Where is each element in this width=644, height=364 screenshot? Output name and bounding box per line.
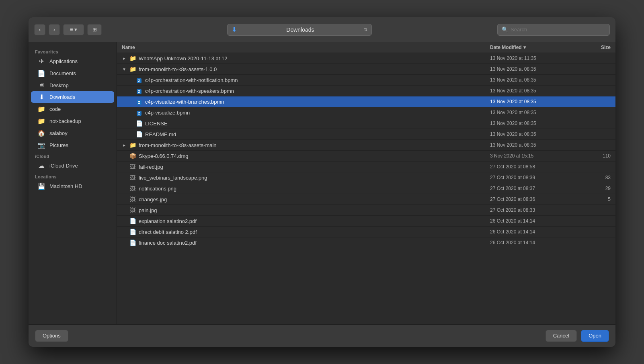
not-backedup-icon: 📁 [37,117,45,125]
table-row[interactable]: 🖼 live_webinars_landscape.png 27 Oct 202… [117,172,615,183]
bpmn-icon: Z [135,77,143,83]
file-date: 27 Oct 2020 at 08:58 [490,164,578,170]
open-button[interactable]: Open [581,330,609,342]
location-dropdown[interactable]: ⬇ Downloads ⇅ [227,24,372,36]
search-bar[interactable]: 🔍 [497,24,610,36]
file-date: 13 Nov 2020 at 08:35 [490,88,578,94]
table-row[interactable]: 📄 direct debit salatino 2.pdf 26 Oct 202… [117,227,615,237]
file-name-cell: ► 📁 WhatsApp Unknown 2020-11-13 at 12 [122,55,490,61]
table-row[interactable]: ► 📁 WhatsApp Unknown 2020-11-13 at 12 13… [117,53,615,64]
table-row[interactable]: 🖼 pain.jpg 27 Oct 2020 at 08:33 [117,205,615,216]
table-row[interactable]: 🖼 changes.jpg 27 Oct 2020 at 08:36 5 [117,194,615,205]
new-folder-icon: ⊞ [92,27,97,33]
table-row[interactable]: 📄 finance doc salatino2.pdf 26 Oct 2020 … [117,237,615,248]
file-name: pain.jpg [139,207,157,213]
sidebar-item-icloud-drive[interactable]: ☁ iCloud Drive [31,160,114,172]
file-name-cell: Z c4p-visualize-with-branches.bpmn [128,98,490,105]
file-name-cell: 📄 direct debit salatino 2.pdf [122,229,490,235]
file-name: fail-red.jpg [139,164,163,170]
bpmn-icon: Z [135,88,143,94]
file-date: 13 Nov 2020 at 08:35 [490,77,578,83]
location-icon: ⬇ [232,26,237,33]
cancel-button[interactable]: Cancel [546,330,577,342]
sidebar-item-label: salaboy [49,130,68,136]
file-date: 13 Nov 2020 at 08:35 [490,110,578,115]
sidebar-item-macintosh-hd[interactable]: 💾 Macintosh HD [31,180,114,192]
table-row[interactable]: Z c4p-visualize.bpmn 13 Nov 2020 at 08:3… [117,107,615,118]
macintosh-hd-icon: 💾 [37,182,45,190]
header-name[interactable]: Name [122,45,490,50]
sidebar-item-code[interactable]: 📁 code [31,103,114,115]
folder-icon: 📁 [129,66,136,72]
sidebar-item-label: Downloads [49,94,75,100]
table-row[interactable]: Z c4p-visualize-with-branches.bpmn 13 No… [117,96,615,107]
table-row[interactable]: 📄 LICENSE 13 Nov 2020 at 08:35 [117,118,615,129]
file-date: 27 Oct 2020 at 08:37 [490,186,578,191]
new-folder-button[interactable]: ⊞ [87,24,102,35]
table-row[interactable]: Z c4p-orchestration-with-notification.bp… [117,75,615,86]
file-size: 29 [578,186,611,191]
options-button[interactable]: Options [35,330,68,342]
sidebar-item-label: Documents [49,70,76,76]
file-name-cell: 📄 explanation salatino2.pdf [122,218,490,224]
file-name: finance doc salatino2.pdf [139,240,197,246]
table-row[interactable]: 📄 explanation salatino2.pdf 26 Oct 2020 … [117,216,615,227]
file-date: 26 Oct 2020 at 14:14 [490,218,578,224]
table-row[interactable]: ► 📁 from-monolith-to-k8s-assets-main 13 … [117,140,615,151]
header-date[interactable]: Date Modified ▾ [490,45,578,50]
file-date: 26 Oct 2020 at 14:14 [490,229,578,235]
menu-icon: ≡ [70,27,73,33]
file-name: notifications.png [139,186,176,192]
file-name: Skype-8.66.0.74.dmg [139,153,189,159]
back-button[interactable]: ‹ [34,24,45,35]
file-date: 13 Nov 2020 at 08:35 [490,99,578,104]
table-row[interactable]: 📦 Skype-8.66.0.74.dmg 3 Nov 2020 at 15:1… [117,151,615,162]
file-list-header: Name Date Modified ▾ Size [117,42,615,53]
file-size: 5 [578,196,611,202]
pdf-icon: 📄 [129,218,136,224]
table-row[interactable]: 🖼 fail-red.jpg 27 Oct 2020 at 08:58 [117,162,615,172]
header-size[interactable]: Size [578,45,611,50]
file-icon: 📄 [135,131,143,137]
file-date: 13 Nov 2020 at 11:35 [490,55,578,61]
sidebar-item-downloads[interactable]: ⬇ Downloads [31,91,114,103]
table-row[interactable]: ▼ 📁 from-monolith-to-k8s-assets-1.0.0 13… [117,64,615,75]
content-area: Favourites ✈ Applications 📄 Documents 🖥 … [29,42,615,324]
file-name-cell: 📦 Skype-8.66.0.74.dmg [122,153,490,159]
sidebar: Favourites ✈ Applications 📄 Documents 🖥 … [29,42,117,324]
sidebar-item-desktop[interactable]: 🖥 Desktop [31,80,114,91]
table-row[interactable]: Z c4p-orchestration-with-speakers.bpmn 1… [117,86,615,96]
chevron-icon: ⇅ [364,27,367,32]
table-row[interactable]: 🖼 notifications.png 27 Oct 2020 at 08:37… [117,183,615,194]
forward-button[interactable]: › [49,24,60,35]
applications-icon: ✈ [37,57,45,65]
view-menu-button[interactable]: ≡ ▾ [63,24,84,35]
file-size: 83 [578,175,611,180]
file-date: 13 Nov 2020 at 08:35 [490,121,578,126]
pictures-icon: 📷 [37,141,45,149]
sidebar-item-documents[interactable]: 📄 Documents [31,67,114,79]
file-date: 27 Oct 2020 at 08:39 [490,175,578,180]
file-name: changes.jpg [139,196,167,202]
desktop-icon: 🖥 [37,82,45,89]
file-name: direct debit salatino 2.pdf [139,229,197,235]
downloads-icon: ⬇ [37,93,45,101]
search-input[interactable] [511,27,605,33]
table-row[interactable]: 📄 README.md 13 Nov 2020 at 08:35 [117,129,615,140]
sidebar-item-label: not-backedup [49,118,81,124]
icloud-section-label: iCloud [29,151,117,160]
sidebar-item-salaboy[interactable]: 🏠 salaboy [31,127,114,139]
file-name-cell: 📄 README.md [128,131,490,137]
file-list: Name Date Modified ▾ Size ► 📁 WhatsApp U… [117,42,615,324]
sidebar-item-not-backedup[interactable]: 📁 not-backedup [31,115,114,127]
file-name: c4p-orchestration-with-speakers.bpmn [145,88,234,94]
file-name-cell: 🖼 fail-red.jpg [122,164,490,170]
sidebar-item-pictures[interactable]: 📷 Pictures [31,139,114,151]
location-label: Downloads [240,27,361,33]
sidebar-item-applications[interactable]: ✈ Applications [31,55,114,67]
image-icon: 🖼 [129,164,136,170]
location-bar: ⬇ Downloads ⇅ [105,24,494,36]
salaboy-icon: 🏠 [37,129,45,137]
image-icon: 🖼 [129,174,136,181]
search-icon: 🔍 [502,27,508,33]
